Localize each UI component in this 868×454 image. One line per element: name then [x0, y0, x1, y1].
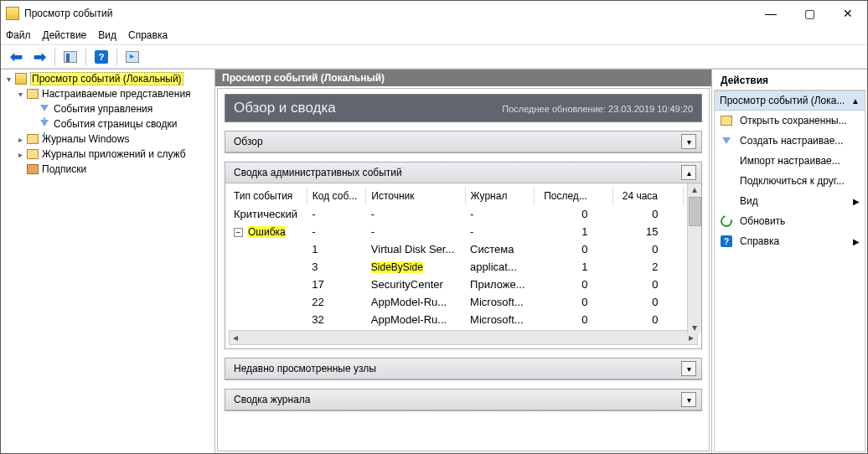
show-hide-action-button[interactable]	[122, 47, 142, 67]
action-create-custom-view[interactable]: Создать настраивае...	[715, 131, 865, 151]
collapse-icon[interactable]: ▾	[3, 75, 14, 84]
actions-pane: Действия Просмотр событий (Лока... ▲ Отк…	[712, 70, 867, 453]
cell-source: AppModel-Ru...	[366, 311, 465, 328]
tree-label: События управления	[54, 103, 152, 115]
panel-logsum-head[interactable]: Сводка журнала ▾	[225, 390, 701, 410]
title-bar: Просмотр событий — ▢ ✕	[1, 1, 867, 26]
action-panel-icon	[126, 51, 139, 63]
cell-type	[229, 258, 307, 276]
tree-mgmt-events[interactable]: События управления	[1, 101, 214, 116]
col-24h[interactable]: 24 часа	[612, 187, 683, 205]
action-connect-computer[interactable]: Подключиться к друг...	[715, 171, 865, 191]
cell-journal: Microsoft...	[465, 293, 534, 311]
table-row[interactable]: Критический---00	[229, 205, 698, 223]
chevron-up-icon: ▲	[851, 96, 860, 106]
chevron-down-icon[interactable]: ▾	[681, 392, 696, 407]
forward-button[interactable]: ➡	[29, 47, 49, 67]
menu-action[interactable]: Действие	[43, 29, 87, 41]
panel-title: Обзор	[234, 136, 263, 147]
tree-label: Журналы приложений и служб	[42, 148, 186, 160]
action-open-saved-log[interactable]: Открыть сохраненны...	[715, 111, 865, 131]
arrow-right-icon: ➡	[34, 48, 46, 66]
tree-subscriptions[interactable]: Подписки	[1, 162, 214, 177]
folder-icon	[27, 134, 39, 144]
table-row[interactable]: 3SideBySideapplicat...12	[229, 258, 698, 276]
tree-root-label: Просмотр событий (Локальный)	[30, 72, 183, 85]
collapse-icon[interactable]: ▾	[14, 90, 26, 99]
cell-last: 1	[534, 223, 612, 240]
panel-admin-head[interactable]: Сводка административных событий ▴	[225, 163, 701, 183]
cell-24h: 0	[612, 240, 683, 258]
menu-bar: Файл Действие Вид Справка	[1, 26, 867, 44]
table-row[interactable]: 1Virtual Disk Ser...Система00	[229, 240, 698, 258]
expander-icon[interactable]: −	[234, 228, 243, 237]
tree-label: Подписки	[42, 163, 86, 175]
chevron-down-icon[interactable]: ▾	[681, 134, 696, 149]
center-header: Просмотр событий (Локальный)	[215, 70, 711, 86]
minimize-button[interactable]: —	[752, 1, 790, 26]
chevron-down-icon[interactable]: ▾	[681, 361, 696, 376]
table-row[interactable]: 22AppModel-Ru...Microsoft...00	[229, 293, 698, 311]
separator	[54, 49, 55, 65]
expand-icon[interactable]: ▸	[14, 150, 26, 159]
action-help[interactable]: ? Справка ▶	[715, 231, 865, 251]
blank-icon	[720, 194, 733, 208]
panel-log-summary: Сводка журнала ▾	[225, 389, 702, 411]
panel-icon	[64, 51, 77, 63]
subscription-icon	[27, 164, 39, 174]
close-button[interactable]: ✕	[829, 1, 867, 26]
col-journal[interactable]: Журнал	[465, 187, 534, 205]
show-hide-tree-button[interactable]	[60, 47, 80, 67]
panel-recent-head[interactable]: Недавно просмотренные узлы ▾	[225, 359, 701, 379]
back-button[interactable]: ⬅	[6, 47, 26, 67]
cell-source: SecurityCenter	[366, 276, 465, 293]
cell-code: 32	[307, 311, 365, 328]
panel-overview-head[interactable]: Обзор ▾	[225, 132, 701, 152]
blank-icon	[720, 154, 733, 168]
cell-24h: 2	[612, 258, 683, 276]
col-last[interactable]: Послед...	[534, 187, 612, 205]
help-button[interactable]: ?	[91, 47, 111, 67]
cell-code: 22	[307, 293, 365, 311]
table-row[interactable]: 17SecurityCenterПриложе...00	[229, 276, 698, 293]
action-import-custom-view[interactable]: Импорт настраивае...	[715, 151, 865, 171]
panel-title: Сводка журнала	[234, 394, 311, 405]
admin-table-wrap: Тип события Код соб... Источник Журнал П…	[225, 183, 701, 348]
table-row[interactable]: −Ошибка---115	[229, 223, 698, 240]
tree-label: Настраиваемые представления	[42, 88, 191, 100]
table-row[interactable]: 32AppModel-Ru...Microsoft...00	[229, 311, 698, 328]
col-type[interactable]: Тип события	[229, 187, 307, 205]
tree-windows-logs[interactable]: ▸ Журналы Windows	[1, 132, 214, 147]
cell-journal: Приложе...	[465, 276, 534, 293]
arrow-left-icon: ⬅	[10, 48, 23, 66]
app-icon	[6, 7, 19, 20]
help-icon: ?	[95, 50, 108, 64]
panel-title: Недавно просмотренные узлы	[234, 363, 376, 374]
tree-label: События страницы сводки	[54, 118, 177, 130]
action-view[interactable]: Вид ▶	[715, 191, 865, 211]
filter-icon	[40, 120, 49, 128]
col-source[interactable]: Источник	[366, 187, 465, 205]
overview-banner: Обзор и сводка Последнее обновление: 23.…	[225, 94, 702, 122]
tree-summary-events[interactable]: События страницы сводки	[1, 116, 214, 132]
horizontal-scrollbar[interactable]: ◂▸	[229, 330, 698, 345]
tree-app-logs[interactable]: ▸ Журналы приложений и служб	[1, 147, 214, 162]
cell-journal: Система	[465, 240, 534, 258]
toolbar: ⬅ ➡ ?	[1, 44, 867, 69]
tree-root[interactable]: ▾ Просмотр событий (Локальный)	[1, 71, 214, 86]
expand-icon[interactable]: ▸	[14, 135, 26, 144]
actions-context-header[interactable]: Просмотр событий (Лока... ▲	[715, 91, 865, 111]
chevron-up-icon[interactable]: ▴	[681, 165, 696, 180]
menu-help[interactable]: Справка	[128, 29, 168, 41]
vertical-scrollbar[interactable]: ▴▾	[687, 183, 701, 333]
action-refresh[interactable]: Обновить	[715, 211, 865, 231]
col-code[interactable]: Код соб...	[307, 187, 365, 205]
menu-file[interactable]: Файл	[6, 29, 31, 41]
cell-code: -	[307, 223, 365, 240]
chevron-right-icon: ▶	[853, 197, 860, 206]
cell-type	[229, 293, 307, 311]
tree-custom-views[interactable]: ▾ Настраиваемые представления	[1, 86, 214, 101]
admin-events-table: Тип события Код соб... Источник Журнал П…	[229, 187, 698, 328]
maximize-button[interactable]: ▢	[790, 1, 829, 26]
menu-view[interactable]: Вид	[98, 29, 116, 41]
